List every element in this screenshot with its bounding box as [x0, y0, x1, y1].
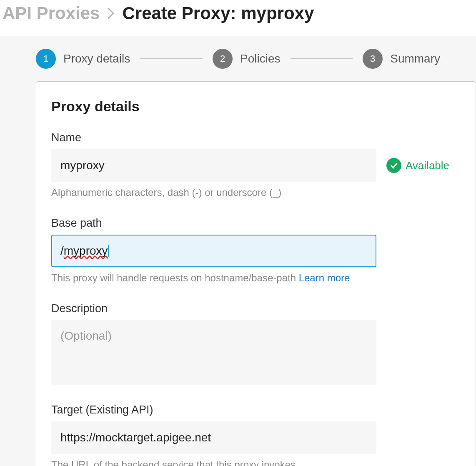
description-input[interactable]: [51, 320, 376, 385]
step-label: Policies: [240, 52, 280, 65]
description-label: Description: [51, 302, 461, 315]
breadcrumb-current: Create Proxy: myproxy: [122, 3, 314, 23]
stepper: 1 Proxy details 2 Policies 3 Summary: [0, 49, 476, 81]
breadcrumb-header: API Proxies Create Proxy: myproxy: [0, 0, 476, 36]
breadcrumb-prev[interactable]: API Proxies: [3, 3, 100, 23]
panel-title: Proxy details: [51, 98, 461, 115]
name-hint: Alphanumeric characters, dash (-) or und…: [51, 187, 461, 198]
step-divider: [140, 58, 203, 59]
basepath-hint: This proxy will handle requests on hostn…: [51, 272, 461, 284]
basepath-label: Base path: [51, 217, 461, 230]
step-summary[interactable]: 3 Summary: [363, 49, 440, 69]
step-policies[interactable]: 2 Policies: [213, 49, 280, 69]
step-number-badge: 1: [36, 49, 56, 69]
basepath-input[interactable]: /myproxy: [51, 235, 376, 267]
description-row: Description: [51, 302, 461, 385]
step-number-badge: 3: [363, 49, 383, 69]
name-row: Name Available Alphanumeric characters, …: [51, 131, 461, 198]
target-label: Target (Existing API): [51, 403, 461, 416]
check-circle-icon: [386, 158, 401, 173]
status-text: Available: [406, 159, 449, 172]
target-hint: The URL of the backend service that this…: [51, 459, 461, 466]
name-availability-status: Available: [386, 158, 449, 173]
learn-more-link[interactable]: Learn more: [299, 272, 350, 283]
step-proxy-details[interactable]: 1 Proxy details: [36, 49, 130, 69]
proxy-details-panel: Proxy details Name Available Alphanumeri…: [36, 81, 476, 466]
step-number-badge: 2: [213, 49, 233, 69]
step-label: Summary: [390, 52, 440, 65]
basepath-value-text: myproxy: [64, 244, 108, 258]
basepath-row: Base path /myproxy This proxy will handl…: [51, 217, 461, 284]
page-body: 1 Proxy details 2 Policies 3 Summary Pro…: [0, 36, 476, 466]
name-input[interactable]: [51, 149, 376, 182]
basepath-hint-text: This proxy will handle requests on hostn…: [51, 272, 299, 283]
name-label: Name: [51, 131, 461, 144]
step-divider: [291, 58, 353, 59]
chevron-right-icon: [107, 7, 115, 20]
step-label: Proxy details: [63, 52, 130, 65]
target-row: Target (Existing API) The URL of the bac…: [51, 403, 461, 466]
target-input[interactable]: [51, 421, 376, 454]
